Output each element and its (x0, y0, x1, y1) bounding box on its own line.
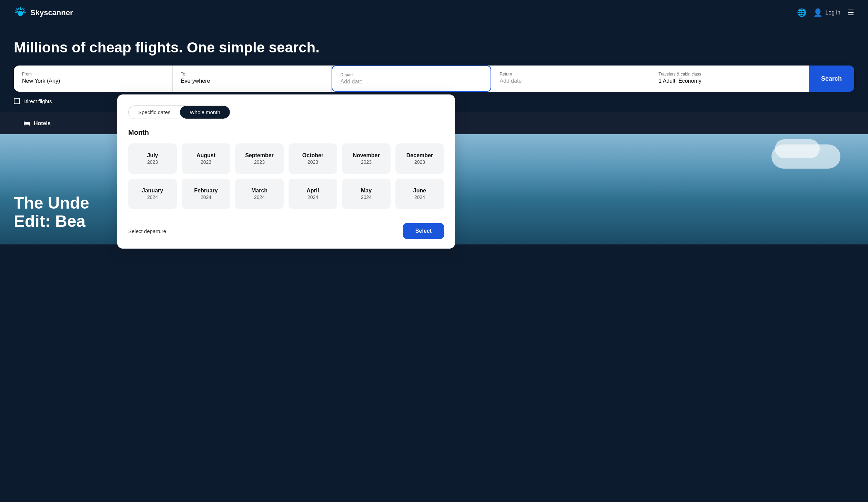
month-card[interactable]: February2024 (182, 179, 230, 209)
hotels-label: Hotels (34, 120, 51, 127)
travelers-field[interactable]: Travelers & cabin class 1 Adult, Economy (650, 66, 809, 92)
search-bar-wrapper: From New York (Any) To Everywhere Depart… (14, 66, 854, 92)
select-button[interactable]: Select (403, 223, 444, 239)
direct-flights-checkbox[interactable] (14, 98, 20, 104)
hotels-icon: 🛏 (23, 119, 30, 127)
depart-value: Add date (341, 79, 363, 84)
from-field[interactable]: From New York (Any) (14, 66, 173, 92)
svg-point-0 (18, 11, 23, 16)
search-button[interactable]: Search (809, 66, 854, 92)
from-label: From (22, 72, 164, 77)
dropdown-footer: Select departure Select (128, 220, 444, 239)
month-card[interactable]: October2023 (289, 143, 337, 174)
month-card[interactable]: July2023 (128, 143, 177, 174)
menu-icon[interactable]: ☰ (847, 8, 854, 17)
to-label: To (181, 72, 323, 77)
date-dropdown-panel: Specific dates Whole month Month July202… (117, 94, 455, 249)
user-icon: 👤 (813, 8, 822, 17)
specific-dates-btn[interactable]: Specific dates (129, 106, 180, 119)
globe-icon[interactable]: 🌐 (797, 8, 806, 17)
navbar: Skyscanner 🌐 👤 Log in ☰ (0, 0, 868, 26)
to-field[interactable]: To Everywhere (173, 66, 332, 92)
svg-line-2 (23, 9, 24, 10)
month-card[interactable]: November2023 (342, 143, 391, 174)
search-bar: From New York (Any) To Everywhere Depart… (14, 66, 854, 92)
logo-text: Skyscanner (30, 8, 73, 17)
whole-month-btn[interactable]: Whole month (180, 106, 230, 119)
month-card[interactable]: August2023 (182, 143, 230, 174)
hero-section: Millions of cheap flights. One simple se… (0, 26, 868, 104)
direct-flights-label: Direct flights (23, 98, 52, 104)
hero-text-line1: The Unde (14, 194, 89, 212)
svg-line-8 (23, 11, 25, 11)
date-mode-toggle: Specific dates Whole month (128, 106, 230, 119)
svg-line-7 (22, 8, 22, 10)
month-card[interactable]: January2024 (128, 179, 177, 209)
month-card[interactable]: May2024 (342, 179, 391, 209)
hero-title: Millions of cheap flights. One simple se… (14, 39, 854, 56)
month-card[interactable]: March2024 (235, 179, 284, 209)
month-card[interactable]: September2023 (235, 143, 284, 174)
return-field[interactable]: Return Add date (491, 66, 650, 92)
navbar-right: 🌐 👤 Log in ☰ (797, 8, 854, 17)
depart-field[interactable]: Depart Add date (332, 66, 492, 92)
month-section-title: Month (128, 129, 444, 137)
svg-line-4 (17, 9, 18, 10)
logo-icon (14, 6, 27, 19)
select-departure-label: Select departure (128, 228, 166, 234)
month-card[interactable]: June2024 (395, 179, 444, 209)
login-button[interactable]: 👤 Log in (813, 8, 840, 17)
depart-label: Depart (341, 72, 483, 77)
logo[interactable]: Skyscanner (14, 6, 73, 19)
to-value: Everywhere (181, 78, 210, 84)
month-card[interactable]: December2023 (395, 143, 444, 174)
travelers-label: Travelers & cabin class (658, 72, 800, 77)
svg-line-9 (16, 11, 18, 11)
hero-image-text: The Unde Edit: Bea (14, 194, 89, 231)
return-value: Add date (499, 78, 522, 84)
svg-line-6 (18, 8, 19, 10)
return-label: Return (499, 72, 642, 77)
from-value: New York (Any) (22, 78, 60, 84)
month-grid: July2023August2023September2023October20… (128, 143, 444, 209)
hotels-tab[interactable]: 🛏 Hotels (14, 112, 60, 134)
month-card[interactable]: April2024 (289, 179, 337, 209)
travelers-value: 1 Adult, Economy (658, 78, 702, 84)
hero-text-line2: Edit: Bea (14, 212, 89, 231)
